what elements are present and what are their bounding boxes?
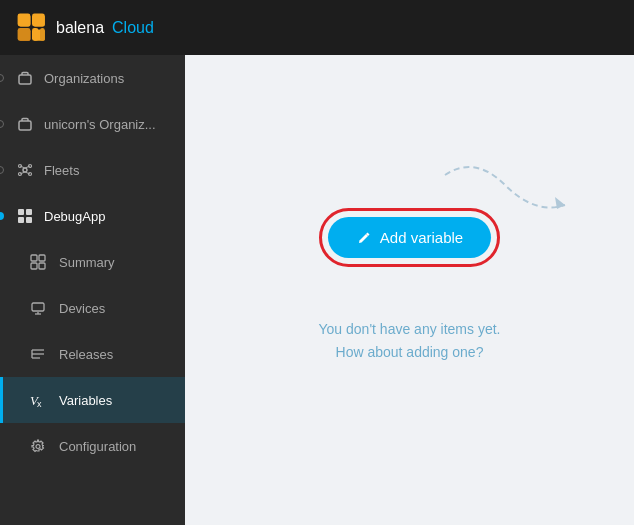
dot-icon [0, 120, 4, 128]
logo-cloud-text: Cloud [112, 19, 154, 37]
briefcase-icon [16, 69, 34, 87]
svg-rect-27 [31, 263, 37, 269]
sidebar-sub-item-devices[interactable]: Devices [0, 285, 185, 331]
main-layout: Organizations unicorn's Organiz... [0, 55, 634, 525]
svg-rect-21 [18, 209, 24, 215]
sidebar-sub-label-configuration: Configuration [59, 439, 136, 454]
balena-logo-icon [16, 12, 48, 44]
configuration-icon [29, 437, 47, 455]
svg-rect-11 [19, 121, 31, 130]
devices-icon [29, 299, 47, 317]
svg-rect-9 [40, 28, 45, 41]
sidebar-sub-item-configuration[interactable]: Configuration [0, 423, 185, 469]
sidebar-label-unicorn-org: unicorn's Organiz... [44, 117, 156, 132]
svg-rect-8 [32, 28, 38, 41]
logo: balenaCloud [16, 12, 154, 44]
sidebar-sub-item-releases[interactable]: Releases [0, 331, 185, 377]
app-icon [16, 207, 34, 225]
sidebar-item-unicorn-org[interactable]: unicorn's Organiz... [0, 101, 185, 147]
sidebar-item-fleets[interactable]: Fleets [0, 147, 185, 193]
empty-message-line2: How about adding one? [319, 341, 501, 363]
empty-message-line1: You don't have any items yet. [319, 318, 501, 340]
variables-icon: V x [29, 391, 47, 409]
content-area: Add variable You don't have any items ye… [185, 55, 634, 525]
svg-text:x: x [37, 399, 42, 409]
logo-balena-text: balena [56, 19, 104, 37]
sidebar-sub-label-releases: Releases [59, 347, 113, 362]
fleets-icon [16, 161, 34, 179]
svg-rect-24 [26, 217, 32, 223]
svg-rect-10 [19, 75, 31, 84]
empty-state-message: You don't have any items yet. How about … [319, 318, 501, 363]
svg-point-37 [36, 445, 40, 449]
active-dot-icon [0, 212, 4, 220]
sidebar-sub-label-devices: Devices [59, 301, 105, 316]
dot-icon [0, 166, 4, 174]
sidebar-item-debugapp[interactable]: DebugApp [0, 193, 185, 239]
summary-icon [29, 253, 47, 271]
arrow-decoration [415, 145, 595, 265]
sidebar-label-fleets: Fleets [44, 163, 79, 178]
sidebar: Organizations unicorn's Organiz... [0, 55, 185, 525]
releases-icon [29, 345, 47, 363]
sidebar-sub-item-variables[interactable]: V x Variables [0, 377, 185, 423]
sidebar-item-organizations[interactable]: Organizations [0, 55, 185, 101]
dot-icon [0, 74, 4, 82]
svg-rect-28 [39, 263, 45, 269]
sidebar-label-debugapp: DebugApp [44, 209, 105, 224]
header: balenaCloud [0, 0, 634, 55]
svg-rect-23 [18, 217, 24, 223]
pencil-icon [356, 230, 372, 246]
svg-rect-5 [18, 13, 31, 26]
svg-rect-6 [32, 13, 45, 26]
svg-rect-22 [26, 209, 32, 215]
svg-rect-26 [39, 255, 45, 261]
sidebar-sub-item-summary[interactable]: Summary [0, 239, 185, 285]
briefcase-icon-2 [16, 115, 34, 133]
sidebar-sub-label-variables: Variables [59, 393, 112, 408]
sidebar-label-organizations: Organizations [44, 71, 124, 86]
svg-rect-25 [31, 255, 37, 261]
svg-rect-7 [18, 28, 31, 41]
sidebar-sub-label-summary: Summary [59, 255, 115, 270]
svg-point-12 [23, 168, 27, 172]
